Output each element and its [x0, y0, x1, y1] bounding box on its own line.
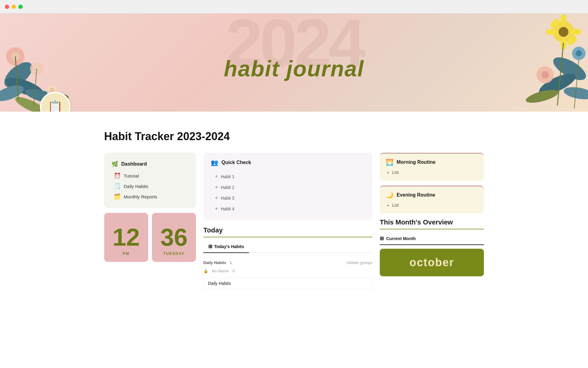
monthly-reports-icon: 🗂️	[114, 193, 121, 200]
dashboard-icon: 🌿	[111, 161, 118, 167]
nav-dashboard-label: Dashboard	[121, 161, 147, 167]
nav-daily-habits[interactable]: 🗒️ Daily Habits	[111, 181, 189, 191]
traffic-light-green[interactable]	[18, 5, 23, 9]
right-column: 🌅 Morning Routine List 🌙 Evening Routine…	[380, 153, 484, 276]
clock-day: TUESDAY	[163, 251, 185, 256]
clock-row: 12 PM 36 TUESDAY	[104, 213, 196, 262]
morning-routine-list: List	[386, 169, 478, 176]
quick-check-title: Quick Check	[221, 160, 251, 165]
svg-point-20	[560, 14, 567, 25]
hidden-groups-label: Hidden groups	[346, 260, 372, 265]
evening-routine-icon: 🌙	[386, 191, 394, 199]
habit-label-1: Habit 1	[221, 174, 234, 179]
clock-hour-card: 12 PM	[104, 213, 148, 262]
morning-routine-header: 🌅 Morning Routine	[386, 159, 478, 166]
nav-daily-habits-label: Daily Habits	[124, 184, 148, 189]
nav-card: 🌿 Dashboard ⏰ Tutorial 🗒️ Daily Habits 🗂…	[104, 153, 196, 208]
floral-right	[496, 13, 588, 112]
month-section: This Month's Overview ⊞ Current Month oc…	[380, 218, 484, 276]
today-tab-label: Today's Habits	[214, 244, 244, 249]
habit-item-1[interactable]: ✦ Habit 1	[211, 171, 365, 182]
clock-hour: 12	[113, 225, 140, 250]
today-section: Today ⊞ Today's Habits Daily Habits 1 Hi…	[203, 226, 372, 289]
left-column: 🌿 Dashboard ⏰ Tutorial 🗒️ Daily Habits 🗂…	[104, 153, 196, 262]
habit-cross-icon-1: ✦	[214, 174, 218, 179]
month-tab-icon: ⊞	[380, 236, 384, 241]
floral-left	[0, 13, 86, 112]
daily-habits-count: 1	[230, 260, 232, 265]
daily-habits-icon: 🗒️	[114, 183, 121, 190]
nav-dashboard[interactable]: 🌿 Dashboard	[111, 159, 189, 169]
morning-routine-title: Morning Routine	[397, 159, 435, 165]
month-name: october	[386, 256, 478, 269]
banner-title: HaBiT jouRnaL	[224, 56, 364, 81]
no-name-row: 🔒 No Name 0	[203, 267, 372, 276]
traffic-light-yellow[interactable]	[12, 5, 16, 9]
habit-item-2[interactable]: ✦ Habit 2	[211, 182, 365, 193]
habit-item-3[interactable]: ✦ Habit 3	[211, 193, 365, 203]
clock-minute: 36	[160, 225, 188, 250]
clock-period: PM	[123, 251, 130, 256]
quick-check-icon: 👥	[211, 159, 218, 166]
evening-routine-header: 🌙 Evening Routine	[386, 191, 478, 199]
nav-tutorial-label: Tutorial	[124, 173, 139, 178]
habit-label-4: Habit 4	[221, 206, 234, 211]
habit-label-3: Habit 3	[221, 196, 234, 201]
nav-monthly-reports[interactable]: 🗂️ Monthly Reports	[111, 191, 189, 202]
no-name-count: 0	[232, 269, 235, 273]
svg-point-19	[559, 27, 568, 37]
svg-point-23	[570, 29, 581, 35]
evening-routine-title: Evening Routine	[397, 192, 435, 198]
svg-point-29	[541, 71, 549, 79]
main-grid: 🌿 Dashboard ⏰ Tutorial 🗒️ Daily Habits 🗂…	[104, 153, 484, 289]
morning-routine-card: 🌅 Morning Routine List	[380, 153, 484, 181]
habit-item-4[interactable]: ✦ Habit 4	[211, 203, 365, 214]
main-content: Habit Tracker 2023-2024 🌿 Dashboard ⏰ Tu…	[80, 112, 508, 301]
current-month-tab-label: Current Month	[386, 236, 416, 241]
quick-check-card: 👥 Quick Check ✦ Habit 1 ✦ Habit 2 ✦ Habi…	[203, 153, 372, 220]
today-tab-icon: ⊞	[208, 243, 212, 249]
quick-check-header: 👥 Quick Check	[211, 159, 365, 166]
traffic-light-red[interactable]	[5, 5, 9, 9]
svg-point-27	[576, 50, 582, 56]
clock-minute-card: 36 TUESDAY	[152, 213, 196, 262]
month-overview-title: This Month's Overview	[380, 218, 484, 229]
svg-point-22	[546, 29, 557, 35]
daily-habits-row[interactable]: Daily Habits	[203, 278, 372, 289]
habit-cross-icon-4: ✦	[214, 206, 218, 212]
morning-routine-item-1[interactable]: List	[392, 169, 478, 176]
habit-cross-icon-2: ✦	[214, 184, 218, 190]
evening-routine-card: 🌙 Evening Routine List	[380, 186, 484, 213]
month-card: october	[380, 249, 484, 276]
table-daily-habits-header: Daily Habits 1	[203, 260, 232, 265]
page-title: Habit Tracker 2023-2024	[104, 130, 484, 143]
banner: 2024 HaBiT jouRnaL	[0, 13, 588, 112]
current-month-tab[interactable]: ⊞ Current Month	[380, 233, 484, 245]
today-tab-row: ⊞ Today's Habits	[203, 241, 372, 253]
habit-cross-icon-3: ✦	[214, 195, 218, 201]
lock-icon: 🔒	[203, 269, 208, 273]
no-name-label: No Name	[212, 269, 229, 273]
daily-habits-row-label: Daily Habits	[208, 281, 231, 286]
evening-routine-list: List	[386, 202, 478, 209]
tutorial-icon: ⏰	[114, 172, 121, 179]
evening-routine-item-1[interactable]: List	[392, 202, 478, 209]
nav-monthly-reports-label: Monthly Reports	[124, 194, 157, 199]
today-title: Today	[203, 226, 372, 237]
morning-routine-icon: 🌅	[386, 159, 394, 166]
habit-label-2: Habit 2	[221, 185, 234, 190]
browser-chrome	[0, 0, 588, 13]
middle-column: 👥 Quick Check ✦ Habit 1 ✦ Habit 2 ✦ Habi…	[203, 153, 372, 289]
svg-line-30	[557, 43, 564, 105]
today-habits-tab[interactable]: ⊞ Today's Habits	[203, 241, 249, 253]
table-header-row: Daily Habits 1 Hidden groups	[203, 258, 372, 267]
nav-tutorial[interactable]: ⏰ Tutorial	[111, 171, 189, 181]
